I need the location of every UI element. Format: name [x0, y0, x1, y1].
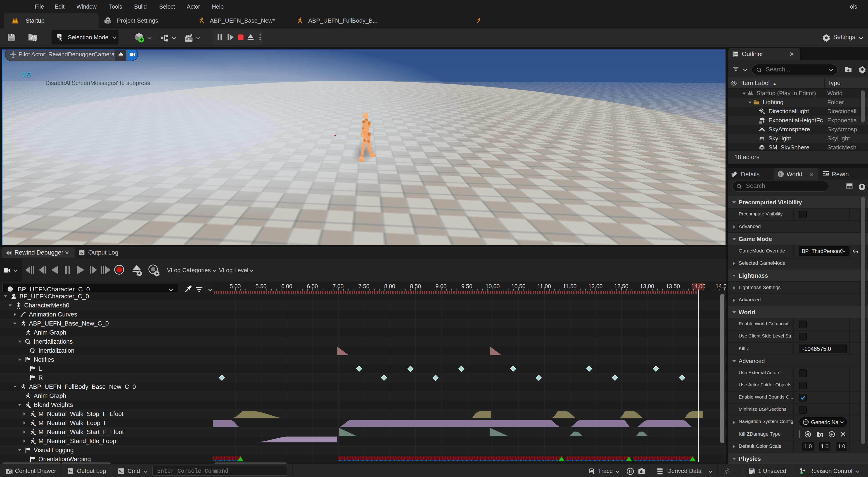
svg-text:6.50: 6.50: [307, 283, 318, 289]
svg-text:7.00: 7.00: [333, 283, 344, 289]
svg-text:12.00: 12.00: [588, 283, 603, 289]
svg-text:11.50: 11.50: [563, 283, 577, 289]
svg-text:14.5: 14.5: [716, 283, 726, 289]
svg-text:9.00: 9.00: [436, 283, 447, 289]
svg-text:9.50: 9.50: [461, 283, 472, 289]
